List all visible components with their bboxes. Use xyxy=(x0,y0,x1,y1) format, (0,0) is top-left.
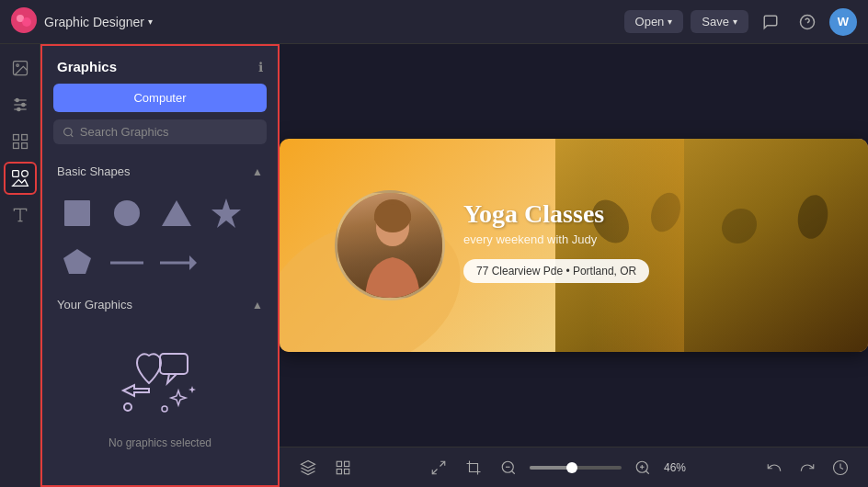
no-graphics-text: No graphics selected xyxy=(108,436,211,449)
svg-line-23 xyxy=(71,134,73,136)
fit-to-screen-icon[interactable] xyxy=(425,454,452,481)
bottom-right-history xyxy=(761,455,853,481)
zoom-percent: 46% xyxy=(664,461,693,474)
svg-marker-33 xyxy=(167,374,177,383)
canvas-area: Yoga Classes every weekend with Judy 77 … xyxy=(280,44,868,487)
computer-button[interactable]: Computer xyxy=(53,84,267,112)
svg-point-18 xyxy=(21,171,28,177)
star-shape[interactable] xyxy=(206,193,246,233)
adjust-icon-btn[interactable] xyxy=(4,88,37,121)
pentagon-shape[interactable] xyxy=(57,243,97,283)
media-icon-btn[interactable] xyxy=(4,51,37,85)
svg-point-22 xyxy=(64,128,73,136)
svg-point-6 xyxy=(16,64,17,67)
your-graphics-label: Your Graphics xyxy=(57,298,132,311)
zoom-out-icon[interactable] xyxy=(495,454,522,481)
no-graphics-placeholder: No graphics selected xyxy=(42,317,278,468)
canvas-content[interactable]: Yoga Classes every weekend with Judy 77 … xyxy=(280,44,868,447)
help-button[interactable] xyxy=(793,7,822,37)
svg-point-36 xyxy=(162,406,167,412)
icon-bar xyxy=(0,44,40,487)
basic-shapes-label: Basic Shapes xyxy=(57,164,131,178)
circle-shape[interactable] xyxy=(107,193,147,233)
svg-marker-34 xyxy=(123,385,149,396)
shapes-grid xyxy=(42,184,278,292)
svg-marker-28 xyxy=(63,249,91,274)
svg-marker-44 xyxy=(302,460,315,468)
avatar[interactable]: W xyxy=(829,8,857,36)
svg-rect-14 xyxy=(21,135,27,141)
comment-button[interactable] xyxy=(756,7,785,37)
app-logo xyxy=(11,7,37,37)
header-actions: Open ▾ Save ▾ W xyxy=(624,7,857,37)
svg-line-50 xyxy=(432,469,437,473)
history-button[interactable] xyxy=(828,455,853,481)
svg-line-49 xyxy=(440,461,445,466)
text-icon-btn[interactable] xyxy=(4,198,37,232)
info-icon[interactable]: ℹ xyxy=(258,60,263,74)
chevron-down-icon: ▾ xyxy=(733,17,737,27)
zoom-slider[interactable] xyxy=(530,466,622,470)
basic-shapes-section-header: Basic Shapes ▲ xyxy=(42,159,278,184)
square-shape[interactable] xyxy=(57,193,97,233)
save-button[interactable]: Save ▾ xyxy=(691,10,748,33)
zoom-in-icon[interactable] xyxy=(629,454,657,481)
svg-rect-16 xyxy=(21,143,27,149)
line-shape[interactable] xyxy=(107,243,147,283)
svg-rect-13 xyxy=(13,135,18,141)
chevron-down-icon: ▾ xyxy=(148,17,153,27)
yoga-banner: Yoga Classes every weekend with Judy 77 … xyxy=(280,139,868,352)
crop-icon[interactable] xyxy=(460,454,487,481)
undo-button[interactable] xyxy=(761,455,787,481)
arrow-shape[interactable] xyxy=(156,243,197,283)
yoga-address: 77 Clearview Pde • Portland, OR xyxy=(463,259,649,283)
open-button[interactable]: Open ▾ xyxy=(624,10,684,33)
svg-point-25 xyxy=(114,200,140,226)
search-bar[interactable] xyxy=(53,119,267,144)
no-graphics-illustration xyxy=(105,335,215,427)
header: Graphic Designer ▾ Open ▾ Save ▾ W xyxy=(0,0,868,44)
svg-rect-48 xyxy=(345,469,349,473)
bottom-bar: 46% xyxy=(280,447,868,487)
svg-rect-32 xyxy=(160,354,188,374)
app-name-dropdown[interactable]: Graphic Designer ▾ xyxy=(44,15,153,29)
svg-marker-26 xyxy=(162,200,191,226)
basic-shapes-toggle[interactable]: ▲ xyxy=(252,165,263,178)
app-name-label: Graphic Designer xyxy=(44,15,144,29)
svg-point-11 xyxy=(21,103,24,106)
svg-marker-27 xyxy=(211,198,241,228)
svg-marker-31 xyxy=(189,255,197,270)
svg-rect-17 xyxy=(12,171,18,177)
svg-rect-15 xyxy=(13,143,18,149)
your-graphics-section-header: Your Graphics ▲ xyxy=(42,292,278,317)
search-input[interactable] xyxy=(80,125,257,139)
svg-point-12 xyxy=(17,108,19,110)
search-icon xyxy=(63,126,74,139)
yoga-title: Yoga Classes xyxy=(463,199,649,229)
bottom-left-tools xyxy=(294,454,357,481)
svg-rect-45 xyxy=(337,461,341,466)
svg-rect-24 xyxy=(64,200,90,226)
svg-line-55 xyxy=(645,470,648,473)
chevron-down-icon: ▾ xyxy=(668,17,672,27)
panel-header: Graphics ℹ xyxy=(42,46,278,84)
main: Graphics ℹ Computer Basic Shapes ▲ xyxy=(0,44,868,487)
graphics-icon-btn[interactable] xyxy=(4,162,37,195)
triangle-shape[interactable] xyxy=(156,193,197,233)
redo-button[interactable] xyxy=(794,455,820,481)
grid-icon[interactable] xyxy=(329,454,357,481)
svg-rect-46 xyxy=(345,461,349,466)
svg-point-10 xyxy=(16,98,18,101)
yoga-subtitle: every weekend with Judy xyxy=(463,232,649,246)
graphics-panel: Graphics ℹ Computer Basic Shapes ▲ xyxy=(40,44,280,487)
panel-title: Graphics xyxy=(57,59,117,74)
svg-rect-47 xyxy=(337,469,341,473)
svg-point-2 xyxy=(22,17,31,27)
layout-icon-btn[interactable] xyxy=(4,125,37,158)
svg-marker-19 xyxy=(12,180,28,187)
your-graphics-toggle[interactable]: ▲ xyxy=(252,299,263,311)
svg-line-52 xyxy=(511,470,514,473)
bottom-center-zoom: 46% xyxy=(425,454,693,481)
svg-point-35 xyxy=(124,403,131,411)
layers-icon[interactable] xyxy=(294,454,322,481)
